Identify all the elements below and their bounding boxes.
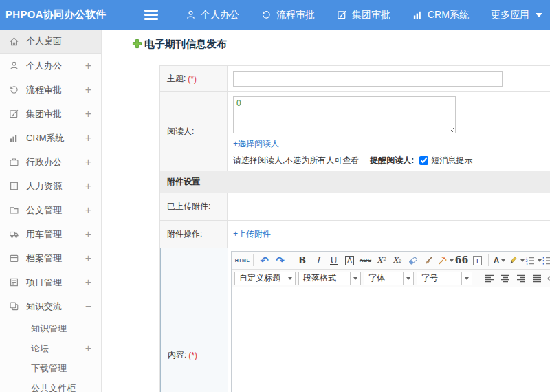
sidebar: 个人桌面 个人办公 + 流程审批 + 集团审批 + CRM系统 + 行政办公 + bbox=[0, 30, 102, 392]
nav-crm[interactable]: CRM系统 bbox=[412, 9, 469, 21]
expand-toggle[interactable]: + bbox=[85, 85, 91, 96]
paste-text-button[interactable]: T bbox=[470, 253, 485, 268]
insert-link-icon[interactable] bbox=[544, 271, 550, 285]
sidebar-subitem-label: 公共文件柜 bbox=[31, 382, 76, 392]
editor-content-area[interactable] bbox=[232, 287, 550, 392]
rich-text-editor: HTML ↶ ↷ B I U A ABC X² X₂ bbox=[231, 251, 550, 392]
eraser-icon[interactable] bbox=[405, 253, 421, 268]
custom-title-dropdown[interactable]: 自定义标题 bbox=[234, 272, 296, 285]
sidebar-item-label: 项目管理 bbox=[26, 276, 62, 289]
editor-toolbar-row2: 自定义标题 段落格式 字体 bbox=[232, 270, 550, 287]
sidebar-subitem-public-cabinet[interactable]: 公共文件柜 bbox=[14, 378, 101, 392]
briefcase-icon bbox=[9, 157, 19, 167]
autotypeset-button[interactable]: A bbox=[342, 253, 358, 268]
sidebar-subitem-forum[interactable]: 论坛 + bbox=[14, 338, 101, 358]
expand-toggle[interactable]: + bbox=[85, 109, 91, 120]
blockquote-button[interactable]: 66 bbox=[454, 253, 470, 268]
bold-button[interactable]: B bbox=[294, 253, 310, 268]
sidebar-item-vehicle[interactable]: 用车管理 + bbox=[0, 222, 101, 246]
readers-row: 阅读人: 0 +选择阅读人 请选择阅读人,不选为所有人可查看 提醒阅读人: 短消… bbox=[160, 92, 550, 171]
sidebar-item-documents[interactable]: 公文管理 + bbox=[0, 198, 101, 222]
truck-icon bbox=[9, 229, 19, 239]
subscript-button[interactable]: X₂ bbox=[389, 253, 405, 268]
undo-button[interactable]: ↶ bbox=[256, 253, 272, 268]
chevron-down-icon bbox=[350, 272, 360, 285]
sidebar-item-group-approval[interactable]: 集团审批 + bbox=[0, 102, 101, 126]
sidebar-subitem-downloads[interactable]: 下载管理 bbox=[14, 358, 101, 378]
page-title-text: 电子期刊信息发布 bbox=[144, 38, 227, 51]
sidebar-item-projects[interactable]: 项目管理 + bbox=[0, 270, 101, 294]
actions-label-cell: 附件操作: bbox=[160, 221, 228, 248]
collapse-toggle[interactable]: − bbox=[85, 301, 91, 312]
expand-toggle[interactable]: + bbox=[85, 229, 91, 240]
top-header: PHPOA协同办公软件 个人办公 流程审批 集团审批 CRM系统 更多应用 bbox=[0, 0, 550, 30]
sidebar-item-personal-office[interactable]: 个人办公 + bbox=[0, 54, 101, 78]
expand-toggle[interactable]: + bbox=[85, 61, 91, 72]
nav-workflow-approval[interactable]: 流程审批 bbox=[261, 9, 315, 21]
top-nav: 个人办公 流程审批 集团审批 CRM系统 更多应用 bbox=[186, 9, 542, 21]
format-brush-icon[interactable] bbox=[421, 253, 437, 268]
expand-toggle[interactable]: + bbox=[85, 181, 91, 192]
sidebar-item-workflow[interactable]: 流程审批 + bbox=[0, 78, 101, 102]
nav-label: 集团审批 bbox=[352, 9, 390, 21]
readers-content-cell: 0 +选择阅读人 请选择阅读人,不选为所有人可查看 提醒阅读人: 短消息提示 bbox=[228, 92, 550, 171]
hamburger-menu-icon[interactable] bbox=[144, 10, 158, 20]
app-logo[interactable]: PHPOA协同办公软件 bbox=[0, 8, 136, 21]
align-right-icon[interactable] bbox=[513, 271, 529, 285]
align-left-icon[interactable] bbox=[481, 271, 497, 285]
sidebar-item-admin-office[interactable]: 行政办公 + bbox=[0, 150, 101, 174]
sidebar-item-hr[interactable]: 人力资源 + bbox=[0, 174, 101, 198]
italic-button[interactable]: I bbox=[310, 253, 326, 268]
font-family-dropdown[interactable]: 字体 bbox=[364, 272, 414, 285]
highlight-pen-icon[interactable] bbox=[507, 253, 525, 268]
expand-toggle[interactable]: + bbox=[85, 253, 91, 264]
upload-attachment-link[interactable]: +上传附件 bbox=[233, 228, 271, 240]
subject-row: 主题: (*) bbox=[160, 66, 550, 92]
sidebar-item-desktop[interactable]: 个人桌面 bbox=[0, 30, 101, 54]
sidebar-item-label: 用车管理 bbox=[26, 228, 62, 241]
chevron-down-icon bbox=[536, 13, 542, 17]
paragraph-format-dropdown[interactable]: 段落格式 bbox=[298, 272, 361, 285]
nav-label: CRM系统 bbox=[428, 9, 469, 21]
autoformat-wand-icon[interactable] bbox=[437, 253, 454, 268]
redo-button[interactable]: ↷ bbox=[272, 253, 288, 268]
sidebar-item-knowledge[interactable]: 知识交流 − bbox=[0, 294, 101, 318]
html-source-button[interactable]: HTML bbox=[234, 253, 250, 268]
sidebar-subitem-label: 论坛 bbox=[31, 342, 49, 355]
expand-toggle[interactable]: + bbox=[85, 133, 91, 144]
readers-textarea[interactable]: 0 bbox=[233, 96, 456, 133]
strikethrough-button[interactable]: ABC bbox=[358, 253, 373, 268]
uploaded-label-cell: 已上传附件: bbox=[160, 193, 228, 220]
uploaded-content-cell bbox=[228, 193, 550, 220]
font-color-button[interactable]: A bbox=[492, 253, 507, 268]
expand-toggle[interactable]: + bbox=[85, 205, 91, 216]
align-center-icon[interactable] bbox=[497, 271, 513, 285]
subject-input[interactable] bbox=[233, 71, 503, 87]
sidebar-item-label: 个人办公 bbox=[26, 60, 62, 72]
subject-label-cell: 主题: (*) bbox=[160, 66, 228, 91]
nav-group-approval[interactable]: 集团审批 bbox=[337, 9, 390, 21]
home-icon bbox=[9, 36, 19, 47]
book-icon bbox=[9, 181, 19, 191]
sms-notify-checkbox[interactable] bbox=[419, 156, 428, 165]
readers-label-cell: 阅读人: bbox=[160, 92, 228, 171]
sidebar-item-crm[interactable]: CRM系统 + bbox=[0, 126, 101, 150]
nav-personal-office[interactable]: 个人办公 bbox=[186, 9, 239, 21]
sidebar-item-archives[interactable]: 档案管理 + bbox=[0, 246, 101, 270]
font-size-dropdown[interactable]: 字号 bbox=[417, 272, 472, 285]
expand-toggle[interactable]: + bbox=[85, 277, 91, 288]
sidebar-subitem-knowledge-mgmt[interactable]: 知识管理 bbox=[14, 318, 101, 338]
expand-toggle[interactable]: + bbox=[85, 157, 91, 168]
superscript-button[interactable]: X² bbox=[373, 253, 389, 268]
unordered-list-icon[interactable] bbox=[542, 253, 550, 268]
select-readers-link[interactable]: +选择阅读人 bbox=[233, 139, 279, 149]
underline-button[interactable]: U bbox=[326, 253, 342, 268]
edit-icon bbox=[9, 109, 19, 119]
ordered-list-icon[interactable]: 123 bbox=[525, 253, 542, 268]
sidebar-subitem-label: 下载管理 bbox=[31, 362, 67, 375]
nav-more-apps[interactable]: 更多应用 bbox=[491, 9, 542, 21]
align-justify-icon[interactable] bbox=[529, 271, 544, 285]
uploaded-attachments-row: 已上传附件: bbox=[160, 193, 550, 221]
expand-toggle[interactable]: + bbox=[85, 343, 91, 354]
sidebar-item-label: 档案管理 bbox=[26, 252, 62, 265]
